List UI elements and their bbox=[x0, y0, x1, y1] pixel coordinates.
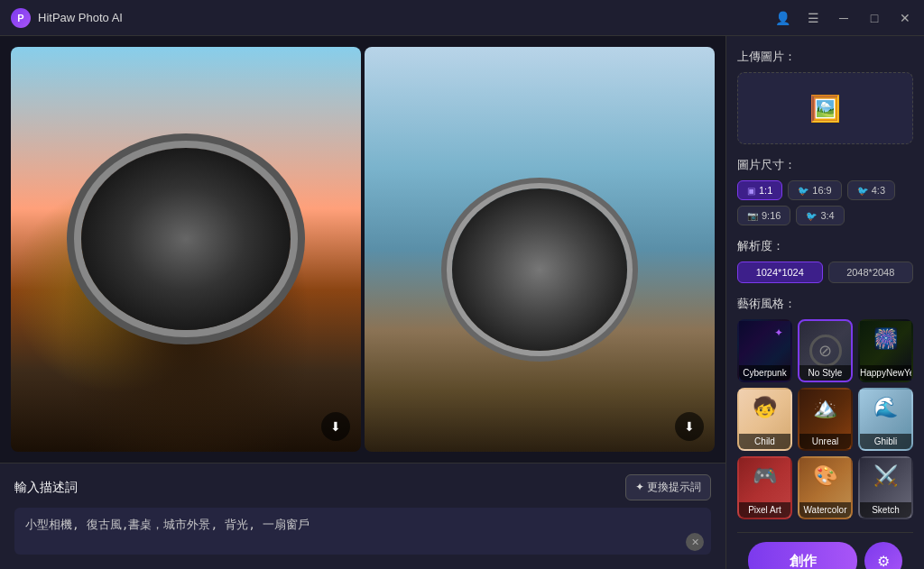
titlebar-left: P HitPaw Photo AI bbox=[11, 8, 123, 28]
prompt-label: 輸入描述詞 bbox=[14, 480, 78, 496]
size-1-1-button[interactable]: ▣ 1:1 bbox=[737, 180, 782, 200]
size-4-3-button[interactable]: 🐦 4:3 bbox=[847, 180, 895, 200]
result-image: ⬇ bbox=[365, 47, 715, 452]
size-3-4-icon: 🐦 bbox=[806, 211, 817, 221]
no-style-circle: ⊘ bbox=[809, 335, 842, 367]
style-happynew-label: HappyNewYear bbox=[860, 365, 911, 381]
size-9-16-icon: 📷 bbox=[747, 211, 758, 221]
upload-area[interactable]: 🖼️ bbox=[737, 72, 913, 144]
app-title: HitPaw Photo AI bbox=[38, 11, 123, 24]
upload-icon: 🖼️ bbox=[809, 94, 841, 124]
upload-section-title: 上傳圖片： bbox=[737, 49, 913, 65]
style-child-card[interactable]: 🧒 Child bbox=[737, 388, 792, 451]
app-logo: P bbox=[11, 8, 31, 28]
style-unreal-label: Unreal bbox=[799, 434, 851, 449]
size-4-3-icon: 🐦 bbox=[857, 186, 868, 196]
resolution-grid: 1024*1024 2048*2048 bbox=[737, 262, 913, 283]
style-unreal-card[interactable]: 🏔️ Unreal bbox=[798, 388, 853, 451]
style-pixelart-card[interactable]: 🎮 Pixel Art bbox=[737, 456, 792, 519]
size-16-9-icon: 🐦 bbox=[798, 186, 808, 196]
style-ghibli-card[interactable]: 🌊 Ghibli bbox=[858, 388, 913, 451]
close-button[interactable]: ✕ bbox=[897, 10, 913, 26]
settings-icon: ⚙ bbox=[877, 553, 890, 570]
res-1024-button[interactable]: 1024*1024 bbox=[737, 262, 823, 283]
style-sketch-label: Sketch bbox=[860, 502, 911, 518]
style-sketch-card[interactable]: ⚔️ Sketch bbox=[858, 456, 913, 519]
size-9-16-button[interactable]: 📷 9:16 bbox=[737, 206, 790, 225]
style-nostyle-card[interactable]: ⊘ No Style bbox=[798, 319, 853, 382]
settings-button[interactable]: ⚙ bbox=[864, 542, 902, 569]
prompt-clear-button[interactable]: ✕ bbox=[686, 533, 704, 551]
prompt-input[interactable] bbox=[14, 508, 711, 555]
bottom-bar: 創作 ⚙ bbox=[737, 532, 913, 569]
style-ghibli-label: Ghibli bbox=[860, 434, 911, 449]
size-16-9-button[interactable]: 🐦 16:9 bbox=[788, 180, 841, 200]
resolution-section: 解析度： 1024*1024 2048*2048 bbox=[737, 238, 913, 283]
maximize-button[interactable]: □ bbox=[866, 10, 882, 26]
suggest-prompt-button[interactable]: ✦ 更換提示詞 bbox=[625, 474, 711, 500]
upload-section: 上傳圖片： 🖼️ bbox=[737, 49, 913, 144]
prompt-header: 輸入描述詞 ✦ 更換提示詞 bbox=[14, 474, 711, 500]
menu-button[interactable]: ☰ bbox=[805, 10, 821, 26]
user-icon-button[interactable]: 👤 bbox=[774, 10, 790, 26]
style-cyberpunk-card[interactable]: Cyberpunk bbox=[737, 319, 792, 382]
style-watercolor-card[interactable]: 🎨 Watercolor bbox=[798, 456, 853, 519]
prompt-area: 輸入描述詞 ✦ 更換提示詞 ✕ bbox=[0, 463, 725, 569]
resolution-section-title: 解析度： bbox=[737, 238, 913, 254]
res-2048-button[interactable]: 2048*2048 bbox=[828, 262, 914, 283]
size-grid: ▣ 1:1 🐦 16:9 🐦 4:3 📷 9:16 🐦 3:4 bbox=[737, 180, 913, 225]
create-button[interactable]: 創作 bbox=[748, 542, 857, 569]
download-result-button[interactable]: ⬇ bbox=[675, 412, 704, 441]
style-happynew-card[interactable]: 🎆 HappyNewYear bbox=[858, 319, 913, 382]
style-cyberpunk-label: Cyberpunk bbox=[739, 365, 790, 381]
style-section: 藝術風格： Cyberpunk ⊘ No Style 🎆 HappyNewYea… bbox=[737, 296, 913, 519]
style-nostyle-label: No Style bbox=[799, 365, 851, 381]
titlebar-controls: 👤 ☰ ─ □ ✕ bbox=[774, 10, 913, 26]
prompt-input-wrapper: ✕ bbox=[14, 508, 711, 558]
style-child-label: Child bbox=[739, 434, 790, 449]
titlebar: P HitPaw Photo AI 👤 ☰ ─ □ ✕ bbox=[0, 0, 924, 36]
left-panel: ⬇ ⬇ 輸入描述詞 ✦ 更換提示詞 ✕ bbox=[0, 36, 725, 569]
image-area: ⬇ ⬇ bbox=[0, 36, 725, 463]
style-grid: Cyberpunk ⊘ No Style 🎆 HappyNewYear 🧒 Ch… bbox=[737, 319, 913, 519]
style-pixelart-label: Pixel Art bbox=[739, 502, 790, 518]
size-section-title: 圖片尺寸： bbox=[737, 157, 913, 173]
size-1-1-icon: ▣ bbox=[747, 186, 755, 196]
download-source-button[interactable]: ⬇ bbox=[321, 412, 350, 441]
minimize-button[interactable]: ─ bbox=[836, 10, 852, 26]
size-section: 圖片尺寸： ▣ 1:1 🐦 16:9 🐦 4:3 📷 9:16 bbox=[737, 157, 913, 225]
size-3-4-button[interactable]: 🐦 3:4 bbox=[796, 206, 844, 225]
right-panel: 上傳圖片： 🖼️ 圖片尺寸： ▣ 1:1 🐦 16:9 🐦 4:3 bbox=[725, 36, 924, 569]
style-section-title: 藝術風格： bbox=[737, 296, 913, 312]
main-layout: ⬇ ⬇ 輸入描述詞 ✦ 更換提示詞 ✕ 上傳圖片： bbox=[0, 36, 924, 569]
source-image: ⬇ bbox=[11, 47, 361, 452]
style-watercolor-label: Watercolor bbox=[799, 502, 851, 518]
